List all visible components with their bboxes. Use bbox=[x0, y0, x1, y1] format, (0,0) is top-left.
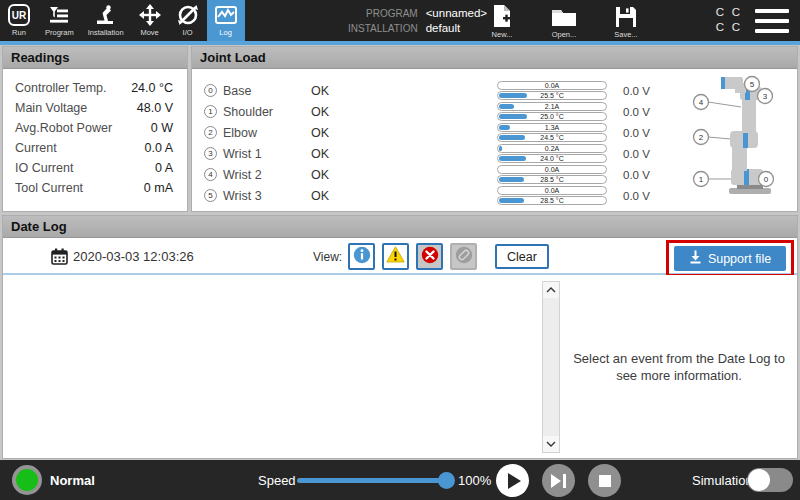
cc-indicator-grid: C C C C bbox=[712, 6, 744, 36]
save-button[interactable]: Save... bbox=[604, 2, 648, 39]
new-button-label: New... bbox=[492, 30, 513, 39]
joint-status: OK bbox=[311, 105, 497, 119]
reading-row: Tool Current 0 mA bbox=[3, 181, 187, 201]
tab-installation[interactable]: Installation bbox=[81, 0, 131, 41]
joint-temp-value: 28.5 °C bbox=[498, 176, 606, 184]
reading-row: IO Current 0 A bbox=[3, 161, 187, 181]
empty-selection-message: Select an event from the Date Log to see… bbox=[561, 350, 797, 384]
simulation-toggle[interactable] bbox=[747, 468, 793, 492]
diagram-label-0: 0 bbox=[764, 175, 769, 184]
joint-gauges: 0.0A 25.5 °C bbox=[497, 81, 607, 100]
header-accent-line bbox=[0, 41, 800, 45]
open-button[interactable]: Open... bbox=[542, 2, 586, 39]
program-info: PROGRAM INSTALLATION <unnamed> default bbox=[348, 6, 487, 36]
program-icon bbox=[47, 2, 71, 28]
log-timestamp[interactable]: 2020-03-03 12:03:26 bbox=[73, 249, 194, 264]
event-detail-pane: Select an event from the Date Log to see… bbox=[561, 275, 797, 458]
joint-gauges: 2.1A 25.0 °C bbox=[497, 102, 607, 121]
joint-temp-bar: 28.5 °C bbox=[497, 196, 607, 205]
program-label: PROGRAM bbox=[348, 6, 418, 21]
tab-move[interactable]: Move bbox=[131, 0, 169, 41]
tab-label: Run bbox=[12, 28, 26, 37]
date-log-toolbar: 2020-03-03 12:03:26 View: bbox=[3, 238, 797, 275]
tab-label: Installation bbox=[88, 28, 124, 37]
tab-io[interactable]: I/O bbox=[169, 0, 207, 41]
reading-label: IO Current bbox=[15, 161, 73, 181]
play-icon bbox=[508, 473, 521, 489]
tab-log[interactable]: Log bbox=[207, 0, 245, 41]
joint-current-bar: 0.2A bbox=[497, 144, 607, 153]
error-filter-button[interactable] bbox=[416, 243, 443, 270]
reading-label: Avg.Robot Power bbox=[15, 121, 112, 141]
move-icon bbox=[138, 2, 162, 28]
program-name: <unnamed> bbox=[426, 6, 487, 21]
speed-value: 100% bbox=[458, 473, 491, 488]
tab-label: Program bbox=[45, 28, 74, 37]
new-button[interactable]: New... bbox=[480, 2, 524, 39]
joint-name: Base bbox=[223, 84, 311, 98]
date-log-body: Select an event from the Date Log to see… bbox=[3, 275, 797, 458]
stop-button[interactable] bbox=[588, 464, 621, 497]
open-folder-icon bbox=[551, 2, 577, 28]
play-button[interactable] bbox=[496, 464, 529, 497]
reading-row: Avg.Robot Power 0 W bbox=[3, 121, 187, 141]
joint-current-bar: 0.0A bbox=[497, 165, 607, 174]
diagram-label-4: 4 bbox=[699, 98, 704, 107]
robot-status-indicator[interactable] bbox=[12, 465, 42, 495]
scroll-down-icon[interactable] bbox=[543, 436, 559, 452]
speed-slider-handle[interactable] bbox=[438, 472, 455, 489]
reading-value: 48.0 V bbox=[137, 101, 173, 121]
joint-voltage: 0.0 V bbox=[623, 190, 650, 202]
simulation-toggle-knob bbox=[748, 469, 770, 491]
joint-temp-bar: 25.0 °C bbox=[497, 112, 607, 121]
joint-current-value: 0.2A bbox=[498, 145, 606, 153]
speed-label: Speed bbox=[258, 473, 296, 488]
attachment-icon bbox=[455, 246, 473, 268]
open-button-label: Open... bbox=[552, 30, 577, 39]
joint-temp-value: 25.5 °C bbox=[498, 92, 606, 100]
joint-temp-value: 24.0 °C bbox=[498, 155, 606, 163]
joint-name: Wrist 2 bbox=[223, 168, 311, 182]
save-floppy-icon bbox=[615, 2, 637, 28]
scroll-up-icon[interactable] bbox=[543, 282, 559, 298]
joint-number-badge: 2 bbox=[204, 126, 217, 139]
info-filter-button[interactable] bbox=[348, 243, 375, 270]
reading-label: Current bbox=[15, 141, 57, 161]
warning-icon bbox=[386, 246, 405, 267]
stop-icon bbox=[599, 475, 611, 487]
cc-letter: C bbox=[712, 6, 728, 21]
reading-label: Main Voltage bbox=[15, 101, 87, 121]
event-list-scrollbar[interactable] bbox=[542, 281, 560, 453]
joint-status: OK bbox=[311, 126, 497, 140]
calendar-icon[interactable] bbox=[51, 248, 68, 269]
view-filter-buttons bbox=[348, 243, 477, 270]
installation-icon bbox=[94, 2, 118, 28]
view-label: View: bbox=[313, 250, 342, 264]
clear-button[interactable]: Clear bbox=[495, 244, 549, 269]
main-tabs: UR Run Program Installation Mo bbox=[0, 0, 245, 41]
annotation-highlight-box: Support file bbox=[666, 240, 794, 277]
support-file-button[interactable]: Support file bbox=[674, 246, 786, 271]
date-log-title: Date Log bbox=[3, 216, 797, 238]
joint-gauges: 0.0A 28.5 °C bbox=[497, 165, 607, 184]
reading-label: Controller Temp. bbox=[15, 81, 106, 101]
reading-row: Controller Temp. 24.0 °C bbox=[3, 81, 187, 101]
reading-row: Main Voltage 48.0 V bbox=[3, 101, 187, 121]
cc-letter: C bbox=[728, 21, 744, 36]
joint-gauges: 0.0A 28.5 °C bbox=[497, 186, 607, 205]
hamburger-menu-icon[interactable] bbox=[755, 9, 789, 33]
joint-status: OK bbox=[311, 147, 497, 161]
speed-slider[interactable] bbox=[297, 478, 447, 483]
joint-number-badge: 0 bbox=[204, 84, 217, 97]
new-file-icon bbox=[492, 2, 512, 28]
tab-run[interactable]: UR Run bbox=[0, 0, 38, 41]
installation-name: default bbox=[426, 21, 487, 36]
warning-filter-button[interactable] bbox=[382, 243, 409, 270]
step-icon bbox=[551, 474, 561, 488]
step-forward-button[interactable] bbox=[542, 464, 575, 497]
joint-current-value: 0.0A bbox=[498, 82, 606, 90]
joint-number-badge: 3 bbox=[204, 147, 217, 160]
io-icon bbox=[176, 2, 200, 28]
reading-value: 0 W bbox=[151, 121, 173, 141]
tab-program[interactable]: Program bbox=[38, 0, 81, 41]
